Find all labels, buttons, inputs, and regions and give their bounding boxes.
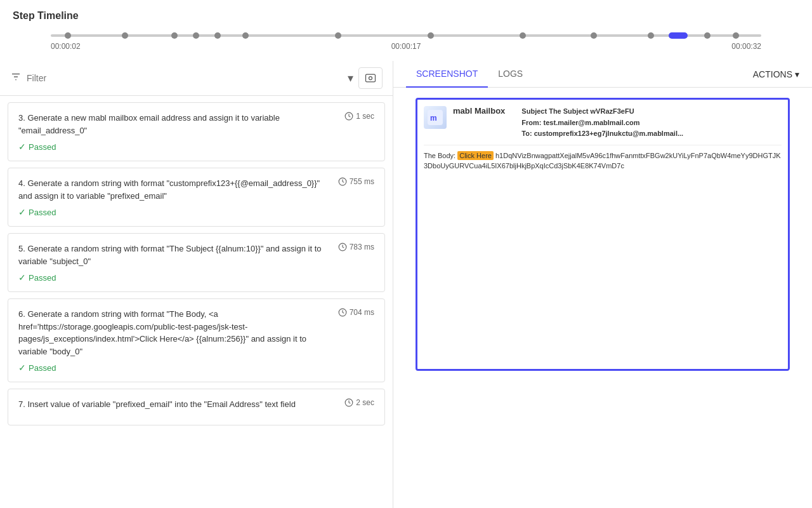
email-service-name: mabl Mailbox — [453, 106, 505, 116]
main-content: ▾ 3. Generate a new mabl mailbox email a… — [0, 61, 812, 508]
step-6-status: ✓ Passed — [18, 363, 374, 373]
timeline-track: 00:00:02 00:00:17 00:00:32 — [13, 29, 799, 56]
timeline-dot-11 — [648, 32, 654, 39]
check-icon-4: ✓ — [18, 207, 26, 217]
step-4-header: 4. Generate a random string with format … — [18, 177, 374, 202]
filter-bar: ▾ — [0, 61, 393, 96]
check-icon-6: ✓ — [18, 363, 26, 373]
timeline-dot-active — [669, 32, 688, 39]
step-3-time: 1 sec — [344, 112, 374, 121]
step-7-time: 2 sec — [344, 398, 374, 407]
clock-icon-4 — [338, 177, 347, 186]
timeline-dot-4 — [193, 32, 199, 39]
screenshot-frame: m mabl Mailbox Subject The Subject wVRaz… — [416, 98, 790, 371]
check-icon-5: ✓ — [18, 272, 26, 283]
steps-panel: ▾ 3. Generate a new mabl mailbox email a… — [0, 61, 393, 508]
svg-rect-3 — [366, 74, 376, 82]
clock-icon-3 — [344, 112, 353, 121]
screenshot-area: m mabl Mailbox Subject The Subject wVRaz… — [393, 88, 812, 508]
step-3-status: ✓ Passed — [18, 142, 374, 152]
step-card-7[interactable]: 7. Insert value of variable "prefixed_em… — [8, 389, 385, 425]
clock-icon-6 — [338, 308, 347, 317]
email-meta: Subject The Subject wVRazF3eFU From: tes… — [521, 106, 683, 140]
timeline-dot-10 — [591, 32, 597, 39]
email-body: The Body: Click Here h1DqNVizBnwagpattXe… — [424, 150, 782, 171]
timeline-labels: 00:00:02 00:00:17 00:00:32 — [51, 42, 761, 51]
timeline-dot-2 — [122, 32, 128, 39]
timeline-label-start: 00:00:02 — [51, 42, 81, 51]
step-card-5[interactable]: 5. Generate a random string with format … — [8, 233, 385, 292]
timeline-label-mid: 00:00:17 — [391, 42, 421, 51]
timeline-line — [51, 34, 761, 37]
timeline-dot-9 — [520, 32, 526, 39]
timeline-title: Step Timeline — [13, 10, 799, 22]
step-card-4[interactable]: 4. Generate a random string with format … — [8, 168, 385, 227]
step-3-header: 3. Generate a new mabl mailbox email add… — [18, 112, 374, 137]
check-icon-3: ✓ — [18, 142, 26, 152]
svg-point-4 — [369, 77, 372, 80]
step-5-header: 5. Generate a random string with format … — [18, 243, 374, 267]
filter-icon — [10, 71, 22, 85]
email-header-row: m mabl Mailbox Subject The Subject wVRaz… — [424, 106, 782, 145]
step-4-time: 755 ms — [338, 177, 374, 186]
email-preview: m mabl Mailbox Subject The Subject wVRaz… — [417, 100, 788, 178]
actions-button[interactable]: ACTIONS ▾ — [753, 69, 799, 79]
step-card-3[interactable]: 3. Generate a new mabl mailbox email add… — [8, 102, 385, 161]
step-5-time: 783 ms — [338, 243, 374, 251]
step-7-header: 7. Insert value of variable "prefixed_em… — [18, 398, 374, 411]
step-4-status: ✓ Passed — [18, 207, 374, 217]
step-6-text: 6. Generate a random string with format … — [18, 308, 331, 358]
tab-screenshot[interactable]: SCREENSHOT — [406, 61, 488, 88]
actions-chevron-icon: ▾ — [795, 69, 799, 79]
step-7-text: 7. Insert value of variable "prefixed_em… — [18, 398, 337, 411]
preview-tabs: SCREENSHOT LOGS ACTIONS ▾ — [393, 61, 812, 88]
clock-icon-7 — [344, 398, 353, 407]
step-3-text: 3. Generate a new mabl mailbox email add… — [18, 112, 337, 137]
svg-text:m: m — [430, 114, 437, 123]
step-6-header: 6. Generate a random string with format … — [18, 308, 374, 358]
step-5-text: 5. Generate a random string with format … — [18, 243, 331, 267]
timeline-dot-5 — [214, 32, 221, 39]
timeline-dot-7 — [335, 32, 341, 39]
filter-input[interactable] — [27, 73, 343, 83]
step-4-text: 4. Generate a random string with format … — [18, 177, 331, 202]
timeline-dot-13 — [733, 32, 739, 39]
clock-icon-5 — [338, 243, 347, 251]
mabl-logo: m — [424, 106, 447, 129]
screenshot-toggle-button[interactable] — [358, 67, 383, 89]
tab-logs[interactable]: LOGS — [488, 61, 533, 88]
timeline-dot-1 — [65, 32, 71, 39]
click-here-link: Click Here — [457, 151, 494, 160]
timeline-dot-6 — [242, 32, 249, 39]
timeline-dot-12 — [704, 32, 710, 39]
step-5-status: ✓ Passed — [18, 272, 374, 283]
page-container: Step Timeline 00:00:02 — [0, 0, 812, 508]
step-6-time: 704 ms — [338, 308, 374, 317]
timeline-section: Step Timeline 00:00:02 — [0, 0, 812, 61]
step-card-6[interactable]: 6. Generate a random string with format … — [8, 298, 385, 382]
timeline-dot-8 — [428, 32, 434, 39]
timeline-dot-3 — [171, 32, 178, 39]
timeline-label-end: 00:00:32 — [731, 42, 761, 51]
filter-chevron-icon: ▾ — [348, 71, 353, 85]
preview-panel: SCREENSHOT LOGS ACTIONS ▾ — [393, 61, 812, 508]
